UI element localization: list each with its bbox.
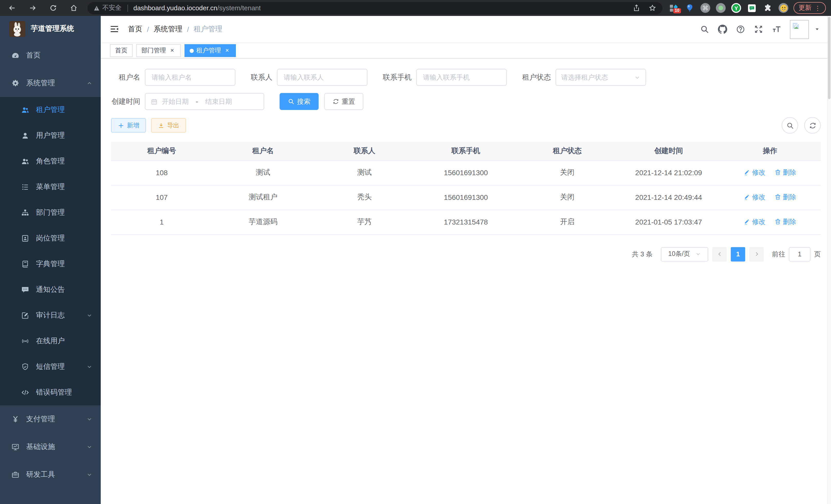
browser-toolbar: 不安全 dashboard.yudao.iocoder.cn/system/te… <box>0 0 831 16</box>
add-button[interactable]: 新增 <box>111 118 146 132</box>
edit-link[interactable]: 修改 <box>744 217 766 227</box>
user-avatar[interactable] <box>790 20 809 39</box>
breadcrumb: 首页 / 系统管理 / 租户管理 <box>128 25 223 34</box>
chevron-down-icon <box>695 251 701 257</box>
breadcrumb-item[interactable]: / 系统管理 <box>142 25 182 34</box>
create-time-range-picker[interactable]: 开始日期 - 结束日期 <box>145 93 264 110</box>
share-icon[interactable] <box>633 4 640 12</box>
chevron-left-icon <box>717 251 722 257</box>
refresh-table-button[interactable] <box>804 117 821 134</box>
sidebar-item[interactable]: 菜单管理 <box>0 174 101 200</box>
extension-chat-icon[interactable] <box>747 3 757 13</box>
avatar-caret-icon[interactable] <box>814 27 820 32</box>
sidebar-item[interactable]: 用户管理 <box>0 123 101 148</box>
app-logo[interactable]: 芋道管理系统 <box>0 16 101 41</box>
sidebar-item[interactable]: 岗位管理 <box>0 226 101 251</box>
edit-link[interactable]: 修改 <box>744 168 766 177</box>
refresh-icon <box>809 121 816 129</box>
sidebar-item[interactable]: 通知公告 <box>0 277 101 303</box>
next-page-button[interactable] <box>749 247 764 261</box>
extensions-puzzle-icon[interactable] <box>763 3 773 13</box>
sidebar-item[interactable]: 研发工具 <box>0 461 101 488</box>
sidebar-collapse-icon[interactable] <box>110 24 120 34</box>
sidebar-item[interactable]: 审计日志 <box>0 303 101 328</box>
tag-close-icon[interactable]: × <box>224 47 231 54</box>
plus-icon <box>118 122 124 129</box>
status-label: 租户状态 <box>522 73 555 82</box>
extension-command-icon[interactable]: ⌘ <box>700 3 710 13</box>
export-button[interactable]: 导出 <box>151 118 186 132</box>
total-count: 共 3 条 <box>632 249 653 259</box>
bookmark-star-icon[interactable] <box>649 4 656 12</box>
extensions-row: 10 ⌘ Y <box>668 3 789 13</box>
prev-page-button[interactable] <box>712 247 727 261</box>
table-row: 108 测试 测试 15601691300 关闭 2021-12-14 21:0… <box>111 160 821 185</box>
table-row: 107 测试租户 秃头 15601691300 关闭 2021-12-14 20… <box>111 185 821 210</box>
url-host: dashboard.yudao.iocoder.cn <box>133 4 218 12</box>
sidebar-item[interactable]: 系统管理 <box>0 69 101 97</box>
font-size-icon[interactable] <box>772 25 781 34</box>
cell-tenant-name: 芋道源码 <box>212 210 314 234</box>
mobile-input[interactable] <box>416 69 507 86</box>
tag-close-icon[interactable]: × <box>169 47 176 54</box>
sidebar-item[interactable]: 首页 <box>0 41 101 69</box>
search-icon[interactable] <box>700 25 709 34</box>
cell-mobile: 15601691300 <box>415 160 517 185</box>
users-icon <box>21 106 29 114</box>
dashboard-icon <box>11 51 20 60</box>
page-url[interactable]: dashboard.yudao.iocoder.cn/system/tenant <box>133 4 261 12</box>
profile-avatar-icon[interactable] <box>779 3 789 13</box>
browser-menu-icon[interactable]: ⋮ <box>814 4 821 11</box>
page-size-select[interactable]: 10条/页 <box>661 247 708 261</box>
browser-update-button[interactable]: 更新 ⋮ <box>794 2 826 14</box>
goto-page-input[interactable] <box>789 247 810 261</box>
fullscreen-icon[interactable] <box>754 25 763 34</box>
cell-actions: 修改 删除 <box>719 160 821 185</box>
sidebar-item[interactable]: 错误码管理 <box>0 380 101 405</box>
help-icon[interactable] <box>736 25 745 34</box>
home-icon[interactable] <box>67 1 80 14</box>
sidebar-item[interactable]: 在线用户 <box>0 328 101 354</box>
status-select[interactable]: 请选择租户状态 <box>555 69 646 86</box>
extension-y-icon[interactable]: Y <box>731 3 741 13</box>
reset-button[interactable]: 重置 <box>324 93 363 110</box>
search-button[interactable]: 搜索 <box>280 93 319 110</box>
sidebar-item[interactable]: 租户管理 <box>0 97 101 123</box>
page-scrollbar[interactable] <box>827 16 831 504</box>
breadcrumb-separator: / <box>187 25 189 33</box>
delete-link[interactable]: 删除 <box>775 217 796 227</box>
sidebar-item[interactable]: 角色管理 <box>0 148 101 174</box>
user-icon <box>21 131 29 140</box>
breadcrumb-item[interactable]: 首页 <box>128 25 142 34</box>
forward-icon[interactable] <box>26 1 39 14</box>
tag[interactable]: 首页 <box>110 44 133 57</box>
contact-input[interactable] <box>277 69 368 86</box>
sidebar-menu: 首页 系统管理 租户管理 <box>0 41 101 488</box>
trash-icon <box>775 218 781 225</box>
sidebar-item[interactable]: 字典管理 <box>0 251 101 277</box>
edit-link[interactable]: 修改 <box>744 192 766 202</box>
back-icon[interactable] <box>5 1 19 14</box>
broken-image-icon <box>792 21 800 30</box>
extension-recorder-icon[interactable] <box>716 3 726 13</box>
dict-icon <box>21 260 29 268</box>
sidebar-item[interactable]: 部门管理 <box>0 200 101 226</box>
delete-link[interactable]: 删除 <box>775 192 796 202</box>
reload-icon[interactable] <box>46 1 60 14</box>
sidebar-item[interactable]: 基础设施 <box>0 433 101 461</box>
tag[interactable]: 租户管理 × <box>184 44 236 57</box>
sidebar-item[interactable]: 支付管理 <box>0 405 101 433</box>
security-label[interactable]: 不安全 <box>102 4 121 12</box>
extension-tabs-icon[interactable]: 10 <box>668 3 679 13</box>
breadcrumb-item[interactable]: / 租户管理 <box>182 25 223 34</box>
tag[interactable]: 部门管理 × <box>136 44 181 57</box>
cell-status: 关闭 <box>516 185 618 210</box>
address-bar[interactable]: 不安全 dashboard.yudao.iocoder.cn/system/te… <box>87 2 662 14</box>
page-number-1[interactable]: 1 <box>731 247 745 261</box>
extension-balloon-icon[interactable] <box>685 3 695 13</box>
tenant-name-input[interactable] <box>145 69 235 86</box>
hide-search-button[interactable] <box>782 117 798 134</box>
sidebar-item[interactable]: 短信管理 <box>0 354 101 380</box>
github-icon[interactable] <box>718 25 727 34</box>
delete-link[interactable]: 删除 <box>775 168 796 177</box>
